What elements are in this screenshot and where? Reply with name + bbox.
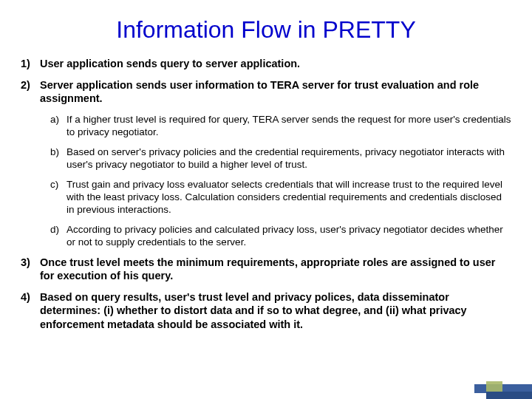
accent-bar-icon (486, 392, 532, 399)
corner-decoration (443, 372, 532, 399)
sublist-item-text: Based on server's privacy policies and t… (66, 146, 505, 170)
list-item-text: Based on query results, user's trust lev… (40, 291, 467, 330)
slide-content: User application sends query to server a… (0, 57, 532, 331)
slide-title: Information Flow in PRETTY (0, 16, 532, 44)
list-item-text: User application sends query to server a… (40, 58, 300, 69)
slide: { "title": "Information Flow in PRETTY",… (0, 0, 532, 399)
sublist-item: According to privacy policies and calcul… (50, 223, 511, 248)
sublist-item-text: Trust gain and privacy loss evaluator se… (66, 179, 502, 215)
list-item: User application sends query to server a… (21, 57, 511, 71)
sublist-item-text: According to privacy policies and calcul… (66, 224, 503, 248)
list-item-text: Once trust level meets the minimum requi… (40, 256, 495, 282)
list-item: Server application sends user informatio… (21, 78, 511, 248)
sublist-item: Based on server's privacy policies and t… (50, 146, 511, 171)
sublist-item: If a higher trust level is required for … (50, 113, 511, 138)
numbered-list: User application sends query to server a… (21, 57, 511, 331)
sublist-item-text: If a higher trust level is required for … (66, 114, 511, 137)
list-item-text: Server application sends user informatio… (40, 79, 479, 105)
list-item: Based on query results, user's trust lev… (21, 290, 511, 332)
lettered-sublist: If a higher trust level is required for … (50, 113, 511, 248)
sublist-item: Trust gain and privacy loss evaluator se… (50, 178, 511, 216)
list-item: Once trust level meets the minimum requi… (21, 256, 511, 283)
